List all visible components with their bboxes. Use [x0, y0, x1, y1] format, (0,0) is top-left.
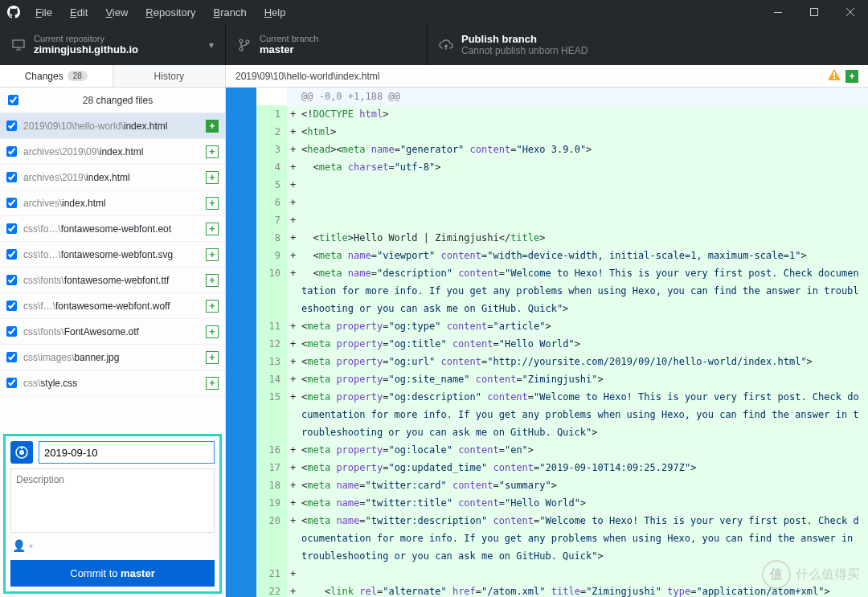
tab-history[interactable]: History [113, 65, 226, 87]
file-checkbox[interactable] [6, 223, 17, 234]
file-row[interactable]: css\fonts\fontawesome-webfont.ttf+ [0, 268, 225, 293]
file-path: css\fo…\fontawesome-webfont.eot [23, 223, 206, 235]
select-all-checkbox[interactable] [8, 95, 18, 105]
code-line: 12+<meta property="og:title" content="He… [226, 335, 868, 353]
file-checkbox[interactable] [6, 378, 17, 388]
commit-summary-input[interactable] [39, 441, 215, 464]
file-added-icon: + [845, 70, 858, 83]
file-checkbox[interactable] [6, 326, 17, 337]
tab-changes[interactable]: Changes28 [0, 65, 113, 87]
desktop-icon [10, 39, 27, 51]
commit-form: 👤﹢ Commit to master [3, 434, 222, 594]
file-status-icon: + [206, 274, 219, 287]
changes-header-text: 28 changed files [18, 95, 217, 106]
svg-rect-8 [21, 447, 23, 449]
diff-panel: 2019\09\10\hello-world\index.html + @@ -… [226, 65, 868, 597]
file-list: 2019\09\10\hello-world\index.html+archiv… [0, 113, 225, 396]
code-line: 4+ <meta charset="utf-8"> [226, 158, 868, 176]
warning-icon[interactable] [828, 69, 841, 83]
publish-sub: Cannot publish unborn HEAD [461, 45, 588, 56]
svg-point-3 [240, 39, 243, 43]
file-row[interactable]: 2019\09\10\hello-world\index.html+ [0, 113, 225, 139]
code-line: 1+<!DOCTYPE html> [226, 105, 868, 123]
svg-rect-2 [13, 40, 24, 47]
code-line: 8+ <title>Hello World | Zimingjushi</tit… [226, 229, 868, 247]
current-branch-dropdown[interactable]: Current branchmaster [226, 24, 428, 65]
commit-description-input[interactable] [10, 468, 215, 533]
svg-rect-10 [833, 77, 835, 79]
code-line: 18+<meta name="twitter:card" content="su… [226, 476, 868, 494]
diff-header: 2019\09\10\hello-world\index.html + [226, 65, 868, 88]
file-path: css\style.css [23, 378, 206, 389]
changes-count-badge: 28 [68, 71, 88, 81]
file-row[interactable]: css\fonts\FontAwesome.otf+ [0, 319, 225, 345]
repo-label: Current repository [34, 34, 138, 43]
diff-file-path: 2019\09\10\hello-world\index.html [235, 71, 379, 82]
code-line: 7+ [226, 211, 868, 229]
file-status-icon: + [206, 145, 219, 158]
file-row[interactable]: archives\index.html+ [0, 190, 225, 216]
file-row[interactable]: archives\2019\09\index.html+ [0, 139, 225, 165]
code-line: 6+ [226, 194, 868, 211]
file-checkbox[interactable] [6, 301, 17, 311]
file-checkbox[interactable] [6, 352, 17, 362]
file-path: 2019\09\10\hello-world\index.html [23, 121, 206, 132]
repo-value: zimingjushi.github.io [34, 43, 138, 55]
file-path: css\fonts\FontAwesome.otf [23, 326, 206, 337]
file-checkbox[interactable] [6, 198, 17, 208]
main-menu: FileEditViewRepositoryBranchHelp [27, 3, 293, 22]
file-row[interactable]: css\fo…\fontawesome-webfont.svg+ [0, 242, 225, 268]
publish-branch-button[interactable]: Publish branchCannot publish unborn HEAD [428, 24, 597, 65]
github-logo-icon [0, 6, 27, 18]
code-line: 21+ [226, 565, 868, 583]
menu-file[interactable]: File [27, 3, 60, 22]
commit-button[interactable]: Commit to master [10, 560, 215, 587]
file-checkbox[interactable] [6, 146, 17, 157]
menu-help[interactable]: Help [256, 3, 294, 22]
close-button[interactable] [832, 0, 868, 24]
menu-repository[interactable]: Repository [137, 3, 203, 22]
code-line: 2+<html> [226, 123, 868, 141]
changes-header: 28 changed files [0, 88, 225, 113]
code-line: 15+<meta property="og:description" conte… [226, 388, 868, 441]
file-checkbox[interactable] [6, 172, 17, 182]
menu-branch[interactable]: Branch [205, 3, 254, 22]
file-row[interactable]: css\images\banner.jpg+ [0, 345, 225, 370]
window-controls [760, 0, 868, 24]
current-repository-dropdown[interactable]: Current repositoryzimingjushi.github.io … [0, 24, 226, 65]
file-checkbox[interactable] [6, 249, 17, 260]
code-line: 13+<meta property="og:url" content="http… [226, 353, 868, 370]
toolbar: Current repositoryzimingjushi.github.io … [0, 24, 868, 65]
branch-value: master [260, 43, 318, 55]
svg-rect-1 [810, 9, 817, 16]
sidebar: Changes28 History 28 changed files 2019\… [0, 65, 226, 597]
chevron-down-icon: ▾ [209, 39, 214, 51]
file-status-icon: + [206, 300, 219, 313]
maximize-button[interactable] [796, 0, 832, 24]
file-status-icon: + [206, 248, 219, 261]
diff-body[interactable]: @@ -0,0 +1,188 @@1+<!DOCTYPE html>2+<htm… [226, 88, 868, 597]
file-status-icon: + [206, 351, 219, 364]
file-checkbox[interactable] [6, 275, 17, 285]
menu-view[interactable]: View [97, 3, 136, 22]
code-line: 3+<head><meta name="generator" content="… [226, 141, 868, 158]
publish-label: Publish branch [461, 33, 588, 45]
menu-edit[interactable]: Edit [62, 3, 96, 22]
svg-point-5 [246, 40, 249, 43]
sidebar-tabs: Changes28 History [0, 65, 225, 88]
file-row[interactable]: css\fo…\fontawesome-webfont.eot+ [0, 216, 225, 242]
file-status-icon: + [206, 120, 219, 133]
code-line: 16+<meta property="og:locale" content="e… [226, 441, 868, 459]
minimize-button[interactable] [760, 0, 796, 24]
file-path: css\f…\fontawesome-webfont.woff [23, 301, 206, 312]
code-line: 11+<meta property="og:type" content="art… [226, 317, 868, 335]
code-line: 5+ [226, 176, 868, 194]
file-path: archives\2019\09\index.html [23, 146, 206, 157]
file-path: css\images\banner.jpg [23, 352, 206, 363]
file-row[interactable]: archives\2019\index.html+ [0, 165, 225, 190]
file-checkbox[interactable] [6, 121, 17, 131]
file-row[interactable]: css\style.css+ [0, 370, 225, 396]
add-coauthor-button[interactable]: 👤﹢ [10, 538, 215, 555]
code-line: 14+<meta property="og:site_name" content… [226, 370, 868, 388]
file-row[interactable]: css\f…\fontawesome-webfont.woff+ [0, 293, 225, 319]
